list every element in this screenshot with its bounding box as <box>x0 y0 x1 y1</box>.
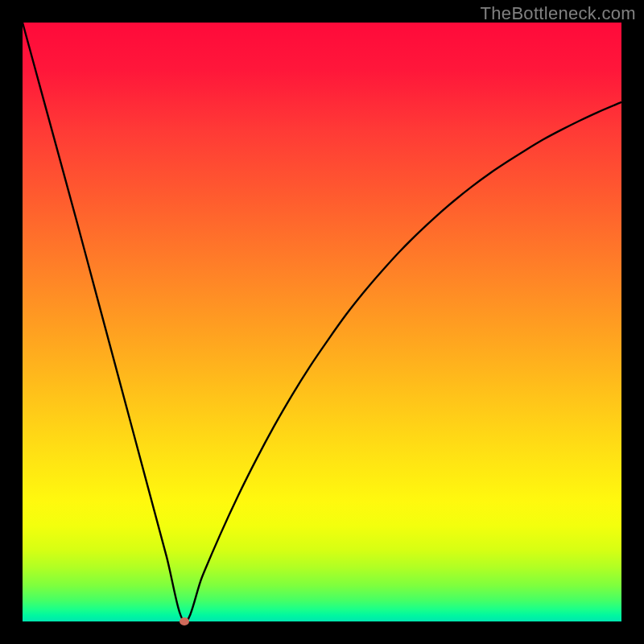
plot-area <box>23 23 621 621</box>
watermark-text: TheBottleneck.com <box>481 3 636 24</box>
chart-frame: TheBottleneck.com <box>0 0 644 644</box>
optimum-marker <box>180 617 189 625</box>
bottleneck-curve <box>23 23 621 621</box>
curve-path <box>23 23 621 621</box>
